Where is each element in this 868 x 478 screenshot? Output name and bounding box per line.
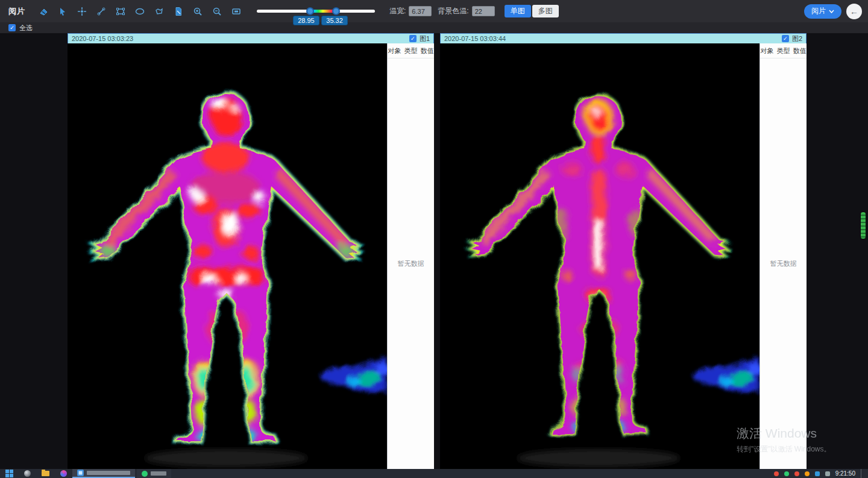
taskbar-clock[interactable]: 9:21:50 <box>835 470 855 477</box>
panel-2-table-header: 对象 类型 数值 <box>760 43 807 58</box>
taskbar-item-messenger[interactable] <box>137 469 171 478</box>
temp-width-label: 温宽: <box>389 6 406 16</box>
rect-roi-icon[interactable] <box>112 4 129 19</box>
selection-bar: ✓ 全选 <box>0 22 868 33</box>
column-type: 类型 <box>777 46 790 55</box>
point-marker-icon[interactable] <box>74 4 90 19</box>
single-view-button[interactable]: 单图 <box>505 5 531 17</box>
eraser-icon[interactable] <box>35 4 52 19</box>
panel-2-measurement-list: 对象 类型 数值 暂无数据 <box>760 43 807 469</box>
panel-1-measurement-list: 对象 类型 数值 暂无数据 <box>387 43 434 469</box>
windows-taskbar: 9:21:50 <box>0 469 868 478</box>
panel-1-table-header: 对象 类型 数值 <box>388 43 434 58</box>
ellipse-roi-icon[interactable] <box>131 4 148 19</box>
fit-screen-icon[interactable] <box>228 4 245 19</box>
browser-icon[interactable] <box>18 469 36 478</box>
temperature-range-slider[interactable]: 28.95 35.32 <box>257 1 375 22</box>
main-area: 2020-07-15 03:03:23 ✓ 图1 对象 类型 数值 <box>0 33 868 469</box>
panel-1-header: 2020-07-15 03:03:23 ✓ 图1 <box>68 33 434 43</box>
back-button[interactable]: ← <box>846 4 862 19</box>
start-button[interactable] <box>0 469 18 478</box>
select-arrow-icon[interactable] <box>54 4 71 19</box>
thermal-image-2[interactable] <box>440 43 760 469</box>
file-explorer-icon[interactable] <box>36 469 54 478</box>
panel-1-checkbox[interactable]: ✓ <box>409 35 417 42</box>
slider-handle-high[interactable] <box>332 7 340 15</box>
edge-level-indicator <box>860 212 866 239</box>
panel-1-empty-text: 暂无数据 <box>388 259 434 268</box>
panel-2-checkbox[interactable]: ✓ <box>782 35 789 42</box>
app-title: 阅片 <box>8 6 25 17</box>
polygon-roi-icon[interactable] <box>151 4 168 19</box>
panel-1-timestamp: 2020-07-15 03:03:23 <box>72 35 133 42</box>
panel-2-tag: 图2 <box>792 34 802 43</box>
tray-icon-3[interactable] <box>794 471 799 476</box>
bg-color-temp-label: 背景色温: <box>438 6 468 16</box>
arrow-left-icon: ← <box>850 7 858 16</box>
temp-width-input[interactable] <box>409 6 432 16</box>
thermal-app-icon <box>77 470 84 476</box>
column-type: 类型 <box>404 46 418 55</box>
panel-1-tag: 图1 <box>420 34 430 43</box>
top-toolbar: 阅片 28.95 35.32 温宽: 背景色温: <box>0 0 868 22</box>
thermal-figure-front <box>68 43 387 469</box>
media-app-icon[interactable] <box>54 469 72 478</box>
column-value: 数值 <box>793 46 807 55</box>
reader-dropdown-button[interactable]: 阅片 <box>804 4 841 19</box>
tray-icon-1[interactable] <box>774 471 779 476</box>
reader-dropdown-label: 阅片 <box>811 6 826 16</box>
tray-icon-6[interactable] <box>825 471 830 476</box>
tray-icon-5[interactable] <box>815 471 820 476</box>
zoom-out-icon[interactable] <box>209 4 225 19</box>
system-tray: 9:21:50 <box>774 469 868 478</box>
select-all-label: 全选 <box>19 24 33 33</box>
thermal-image-1[interactable] <box>68 43 387 469</box>
line-measure-icon[interactable] <box>93 4 110 19</box>
taskbar-item-label-placeholder <box>87 471 130 475</box>
column-object: 对象 <box>388 46 401 55</box>
view-mode-toggle: 单图 多图 <box>505 5 559 17</box>
column-value: 数值 <box>421 46 434 55</box>
chevron-down-icon <box>829 10 834 13</box>
show-desktop-button[interactable] <box>861 469 863 478</box>
taskbar-item-label-placeholder <box>151 471 166 476</box>
slider-high-value: 35.32 <box>321 16 348 25</box>
report-icon[interactable] <box>170 4 187 19</box>
slider-handle-low[interactable] <box>306 7 314 15</box>
image-panel-1: 2020-07-15 03:03:23 ✓ 图1 对象 类型 数值 <box>68 33 434 469</box>
panel-2-header: 2020-07-15 03:03:44 ✓ 图2 <box>440 33 807 43</box>
tray-icon-4[interactable] <box>805 471 810 476</box>
image-panel-2: 2020-07-15 03:03:44 ✓ 图2 对象 类型 数值 <box>440 33 807 469</box>
messenger-icon <box>142 471 148 477</box>
tray-icon-2[interactable] <box>784 471 789 476</box>
panel-2-timestamp: 2020-07-15 03:03:44 <box>444 35 506 42</box>
zoom-in-icon[interactable] <box>189 4 206 19</box>
bg-color-temp-input[interactable] <box>472 6 495 16</box>
slider-low-value: 28.95 <box>293 16 319 25</box>
column-object: 对象 <box>761 46 774 55</box>
select-all-checkbox[interactable]: ✓ <box>8 24 16 31</box>
multi-view-button[interactable]: 多图 <box>532 5 559 17</box>
taskbar-item-thermal-app[interactable] <box>72 469 135 478</box>
panel-2-empty-text: 暂无数据 <box>760 259 807 268</box>
thermal-figure-back <box>440 43 760 469</box>
